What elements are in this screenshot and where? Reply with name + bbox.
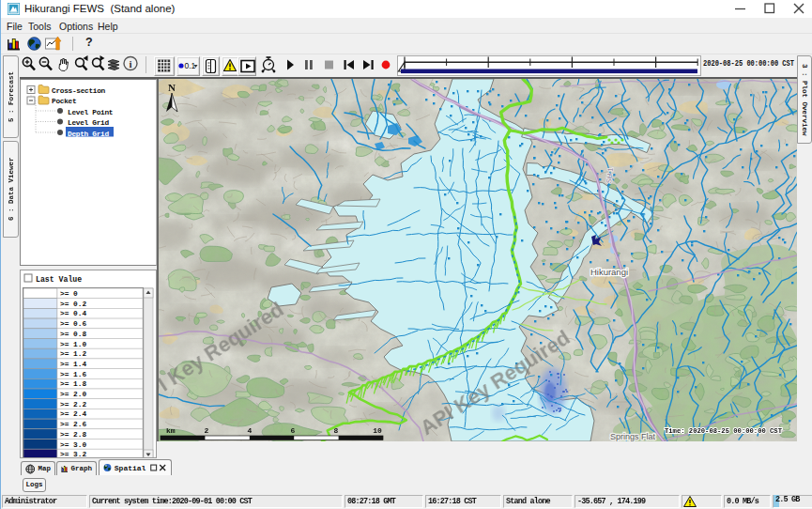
svg-text:>= 3.2: >= 3.2: [60, 451, 86, 457]
svg-text:km: km: [166, 426, 176, 435]
svg-text:>= 1.2: >= 1.2: [60, 350, 86, 358]
svg-text:Pocket: Pocket: [52, 98, 76, 105]
svg-text:>= 1.4: >= 1.4: [60, 361, 86, 368]
svg-text:>= 2.6: >= 2.6: [60, 421, 86, 428]
svg-text:>= 1.6: >= 1.6: [60, 371, 86, 378]
svg-text:>= 3.0: >= 3.0: [60, 441, 86, 449]
svg-text:2: 2: [205, 426, 209, 435]
svg-text:Time: 2020-08-25 00:00:00 CST: Time: 2020-08-25 00:00:00 CST: [665, 426, 782, 435]
svg-text:>= 0.8: >= 0.8: [60, 331, 86, 338]
svg-text:N: N: [168, 82, 176, 93]
svg-text:>= 0.6: >= 0.6: [60, 320, 86, 328]
svg-text:Last Value: Last Value: [36, 275, 82, 284]
svg-text:Cross-section: Cross-section: [52, 87, 106, 95]
svg-text:Hikurangi: Hikurangi: [590, 267, 628, 277]
svg-text:>= 2.4: >= 2.4: [60, 410, 86, 418]
svg-text:>= 1.8: >= 1.8: [60, 380, 86, 388]
svg-text:Level Point: Level Point: [68, 109, 113, 116]
svg-text:>= 2.0: >= 2.0: [60, 391, 86, 398]
svg-text:Depth Grid: Depth Grid: [68, 131, 109, 138]
svg-text:4: 4: [248, 426, 253, 435]
svg-text:10: 10: [373, 426, 382, 435]
svg-text:>= 0: >= 0: [60, 290, 78, 298]
svg-text:>= 0.4: >= 0.4: [60, 310, 86, 317]
svg-text:Level Grid: Level Grid: [68, 119, 109, 127]
svg-text:>= 0.2: >= 0.2: [60, 301, 86, 308]
svg-text:>= 2.8: >= 2.8: [60, 431, 86, 439]
svg-text:8: 8: [334, 426, 339, 435]
svg-text:2020-08-25 00:00:00 CST: 2020-08-25 00:00:00 CST: [703, 59, 794, 69]
svg-text:>= 1.0: >= 1.0: [60, 341, 86, 348]
svg-text:>= 2.2: >= 2.2: [60, 401, 86, 409]
svg-text:6: 6: [291, 426, 296, 435]
svg-text:Springs Flat: Springs Flat: [610, 432, 656, 441]
